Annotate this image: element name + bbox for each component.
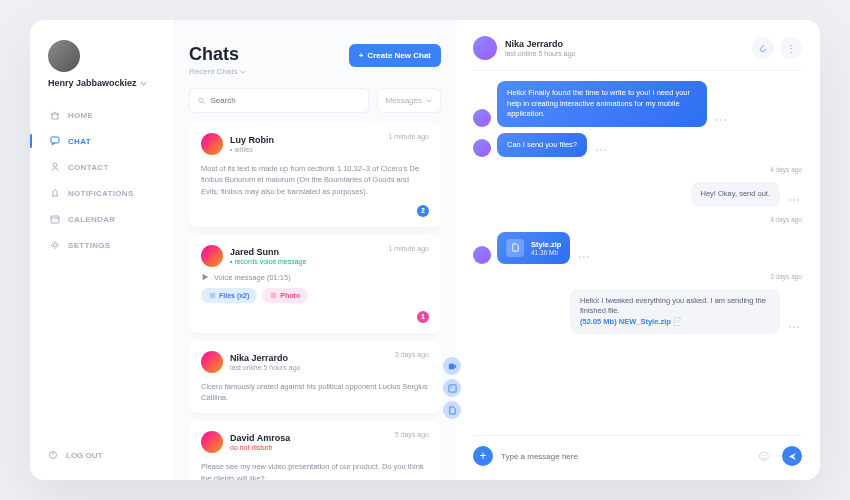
message-bubble[interactable]: Hello! I tweaked everything you asked. I… xyxy=(570,289,780,335)
timestamp: 1 minute ago xyxy=(389,133,429,140)
svg-point-14 xyxy=(450,386,451,387)
chevron-down-icon xyxy=(240,69,246,75)
message-input[interactable] xyxy=(501,452,746,461)
attachment-icon[interactable] xyxy=(752,37,774,59)
calendar-icon xyxy=(50,214,60,224)
chevron-down-icon xyxy=(426,98,432,104)
voice-message[interactable]: Voice message (01:15) xyxy=(201,273,429,282)
sidebar: Henry Jabbawockiez HOMECHATCONTACTNOTIFI… xyxy=(30,20,175,480)
filter-dropdown[interactable]: Messages xyxy=(377,88,441,113)
composer: + ☺ xyxy=(473,435,802,466)
message-more-icon[interactable]: ⋯ xyxy=(786,193,802,207)
sidebar-item-calendar[interactable]: CALENDAR xyxy=(48,214,174,224)
attach-file-icon[interactable] xyxy=(443,401,461,419)
attachment-chip[interactable]: Files (x2) xyxy=(201,288,257,303)
sidebar-item-chat[interactable]: CHAT xyxy=(48,136,174,146)
page-subtitle[interactable]: Recent Chats xyxy=(189,67,246,76)
conversation-status: last online 5 hours ago xyxy=(505,50,575,57)
avatar xyxy=(473,36,497,60)
chat-card[interactable]: David Amrosado not disturb5 days agoPlea… xyxy=(189,421,441,480)
message-row: Hey! Okay, send out.⋯ xyxy=(473,182,802,207)
avatar xyxy=(201,351,223,373)
nav-label: NOTIFICATIONS xyxy=(68,189,134,198)
message-more-icon[interactable]: ⋯ xyxy=(786,320,802,334)
chevron-down-icon xyxy=(140,80,147,87)
emoji-icon[interactable]: ☺ xyxy=(754,446,774,466)
create-chat-button[interactable]: + Create New Chat xyxy=(349,44,441,67)
svg-rect-10 xyxy=(210,292,216,298)
svg-rect-3 xyxy=(51,216,59,223)
logout-label: LOG OUT xyxy=(66,451,102,460)
power-icon xyxy=(48,450,58,460)
nav-label: CALENDAR xyxy=(68,215,115,224)
gear-icon xyxy=(50,240,60,250)
avatar xyxy=(473,246,491,264)
username: Henry Jabbawockiez xyxy=(48,78,174,88)
svg-point-2 xyxy=(53,163,57,167)
file-icon xyxy=(209,292,216,299)
message-preview: Please see my new video presentation of … xyxy=(201,461,429,480)
message-row: Hello! I tweaked everything you asked. I… xyxy=(473,289,802,335)
svg-rect-12 xyxy=(448,363,453,368)
sidebar-item-settings[interactable]: SETTINGS xyxy=(48,240,174,250)
chat-icon xyxy=(50,136,60,146)
sidebar-item-home[interactable]: HOME xyxy=(48,110,174,120)
chat-list: Chats Recent Chats + Create New Chat Mes… xyxy=(175,20,455,480)
avatar xyxy=(201,133,223,155)
send-button[interactable] xyxy=(782,446,802,466)
sidebar-item-contact[interactable]: CONTACT xyxy=(48,162,174,172)
message-bubble[interactable]: Hey! Okay, send out. xyxy=(691,182,780,207)
contact-status: last online 5 hours ago xyxy=(230,364,300,371)
photo-icon xyxy=(270,292,277,299)
nav-label: SETTINGS xyxy=(68,241,110,250)
message-bubble[interactable]: Hello! Finally found the time to write t… xyxy=(497,81,707,127)
chat-card[interactable]: Jared Sunn• records voice message1 minut… xyxy=(189,235,441,333)
message-row: Style.zip41.36 Mb⋯ xyxy=(473,232,802,264)
file-attachment[interactable]: Style.zip41.36 Mb xyxy=(497,232,570,264)
contact-status: • writes xyxy=(230,146,274,153)
contact-status: • records voice message xyxy=(230,258,306,265)
unread-badge: 1 xyxy=(417,311,429,323)
attach-video-icon[interactable] xyxy=(443,357,461,375)
more-icon[interactable]: ⋮ xyxy=(780,37,802,59)
message-more-icon[interactable]: ⋯ xyxy=(576,250,592,264)
timestamp: 5 days ago xyxy=(395,431,429,438)
file-link[interactable]: (52.05 Mb) NEW_Style.zip 📄 xyxy=(580,317,682,326)
chat-card[interactable]: Nika Jerrardolast online 5 hours ago3 da… xyxy=(189,341,441,414)
sidebar-item-notifications[interactable]: NOTIFICATIONS xyxy=(48,188,174,198)
contact-status: do not disturb xyxy=(230,444,290,451)
message-row: Hello! Finally found the time to write t… xyxy=(473,81,802,127)
attachment-chip[interactable]: Photo xyxy=(262,288,308,303)
svg-rect-13 xyxy=(448,384,455,391)
timestamp: 3 days ago xyxy=(395,351,429,358)
add-attachment-button[interactable]: + xyxy=(473,446,493,466)
svg-line-9 xyxy=(203,102,205,104)
message-more-icon[interactable]: ⋯ xyxy=(713,113,729,127)
svg-point-5 xyxy=(53,243,57,247)
message-row: Can I send you files?⋯ xyxy=(473,133,802,158)
svg-rect-1 xyxy=(51,137,59,143)
nav: HOMECHATCONTACTNOTIFICATIONSCALENDARSETT… xyxy=(48,110,174,450)
conversation-user[interactable]: Nika Jerrardo last online 5 hours ago xyxy=(473,36,575,60)
avatar xyxy=(473,139,491,157)
profile[interactable]: Henry Jabbawockiez xyxy=(48,40,174,88)
plus-icon: + xyxy=(359,51,364,60)
message-more-icon[interactable]: ⋯ xyxy=(593,143,609,157)
logout-button[interactable]: LOG OUT xyxy=(48,450,174,460)
nav-label: HOME xyxy=(68,111,93,120)
search-input[interactable] xyxy=(189,88,369,113)
message-bubble[interactable]: Can I send you files? xyxy=(497,133,587,158)
time-divider: 3 days ago xyxy=(473,273,802,280)
attach-image-icon[interactable] xyxy=(443,379,461,397)
avatar xyxy=(48,40,80,72)
chat-card[interactable]: Luy Robin• writes1 minute agoMost of its… xyxy=(189,123,441,227)
contact-name: Jared Sunn xyxy=(230,247,306,257)
time-divider: 4 days ago xyxy=(473,216,802,223)
play-icon xyxy=(201,273,209,281)
unread-badge: 2 xyxy=(417,205,429,217)
avatar xyxy=(201,431,223,453)
bell-icon xyxy=(50,188,60,198)
contact-name: Luy Robin xyxy=(230,135,274,145)
nav-label: CHAT xyxy=(68,137,91,146)
timestamp: 1 minute ago xyxy=(389,245,429,252)
